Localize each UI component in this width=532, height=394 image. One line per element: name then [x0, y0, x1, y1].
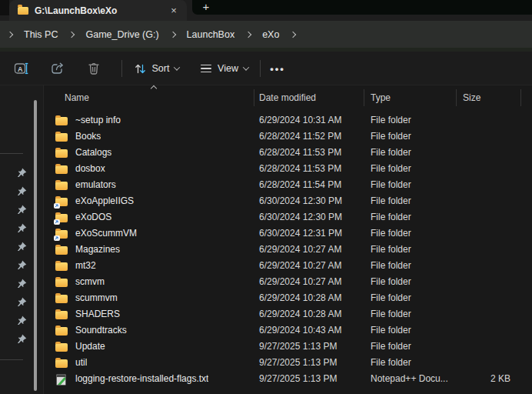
file-row[interactable]: eXoScummVM 6/30/2024 12:31 PM File folde…: [44, 225, 532, 242]
file-row[interactable]: Update 9/27/2025 1:13 PM File folder: [44, 339, 532, 355]
file-row[interactable]: dosbox 6/28/2024 11:53 PM File folder: [44, 161, 532, 177]
file-type: File folder: [371, 355, 411, 371]
file-name: Books: [75, 129, 101, 145]
file-type: File folder: [371, 193, 411, 209]
file-row[interactable]: Magazines 6/29/2024 10:27 AM File folder: [44, 242, 532, 258]
view-lines-icon: [201, 65, 211, 73]
file-row[interactable]: util 9/27/2025 1:13 PM File folder: [44, 355, 532, 371]
breadcrumb-game-drive[interactable]: Game_Drive (G:): [84, 29, 160, 40]
sidebar-divider: [0, 153, 23, 154]
folder-shortcut-icon: [55, 196, 68, 207]
explorer-tab[interactable]: G:\LaunchBox\eXo ×: [9, 0, 187, 21]
pin-icon[interactable]: [17, 260, 27, 270]
pin-icon[interactable]: [17, 223, 27, 233]
share-icon: [51, 62, 65, 75]
column-resize-handle[interactable]: [520, 89, 521, 106]
pin-icon[interactable]: [17, 242, 27, 252]
sort-button[interactable]: Sort: [128, 56, 186, 81]
file-date-modified: 6/30/2024 12:30 PM: [259, 209, 342, 225]
breadcrumb-launchbox[interactable]: LaunchBox: [185, 29, 237, 40]
column-resize-handle[interactable]: [254, 89, 254, 106]
pin-icon[interactable]: [17, 168, 27, 178]
sort-arrows-icon: [135, 63, 146, 75]
tab-title: G:\LaunchBox\eXo: [35, 5, 167, 16]
file-date-modified: 6/28/2024 11:54 PM: [259, 177, 341, 193]
delete-button[interactable]: [81, 56, 106, 81]
file-row[interactable]: emulators 6/28/2024 11:54 PM File folder: [44, 177, 532, 193]
file-type: File folder: [371, 322, 411, 339]
close-tab-icon[interactable]: ×: [167, 0, 181, 21]
shortcut-arrow-icon: [54, 203, 60, 209]
file-name: scummvm: [75, 290, 118, 306]
chevron-right-icon[interactable]: [290, 31, 296, 37]
new-tab-button[interactable]: +: [199, 0, 213, 15]
chevron-right-icon[interactable]: [245, 31, 251, 37]
chevron-right-icon[interactable]: [169, 31, 175, 37]
column-resize-handle[interactable]: [364, 89, 364, 106]
svg-text:A: A: [18, 65, 23, 73]
file-row[interactable]: eXoAppleIIGS 6/30/2024 12:30 PM File fol…: [44, 193, 532, 209]
rename-icon: A: [14, 62, 29, 75]
file-row[interactable]: scmvm 6/29/2024 10:27 AM File folder: [44, 274, 532, 290]
chevron-right-icon[interactable]: [68, 31, 75, 37]
pin-icon[interactable]: [17, 316, 27, 326]
file-date-modified: 6/29/2024 10:31 AM: [259, 112, 341, 129]
pin-icon[interactable]: [17, 186, 27, 196]
file-row[interactable]: mt32 6/29/2024 10:27 AM File folder: [44, 258, 532, 274]
pin-icon[interactable]: [17, 279, 27, 289]
folder-icon: [55, 261, 68, 272]
file-row[interactable]: SHADERS 6/29/2024 10:28 AM File folder: [44, 306, 532, 322]
pin-icon[interactable]: [17, 297, 27, 307]
file-name: SHADERS: [75, 306, 120, 322]
file-type: File folder: [371, 258, 411, 274]
column-header-date-modified[interactable]: Date modified: [259, 92, 316, 103]
folder-icon: [18, 7, 28, 15]
file-name: mt32: [75, 258, 96, 274]
file-name: eXoScummVM: [75, 225, 137, 242]
file-date-modified: 6/30/2024 12:30 PM: [259, 193, 342, 209]
file-row[interactable]: Books 6/28/2024 11:52 PM File folder: [44, 129, 532, 145]
file-row[interactable]: Catalogs 6/28/2024 11:53 PM File folder: [44, 145, 532, 161]
titlebar-dark-region: [192, 0, 532, 15]
sidebar-scrollbar[interactable]: [34, 100, 37, 391]
tab-bar: G:\LaunchBox\eXo × +: [0, 0, 532, 21]
more-options-button[interactable]: •••: [264, 56, 291, 81]
view-button[interactable]: View: [194, 56, 255, 81]
file-type: File folder: [371, 161, 411, 177]
column-resize-handle[interactable]: [456, 89, 457, 106]
file-date-modified: 9/27/2025 1:13 PM: [259, 339, 337, 355]
file-type: File folder: [371, 306, 411, 322]
pin-icon[interactable]: [17, 334, 27, 344]
breadcrumb-this-pc[interactable]: This PC: [22, 29, 59, 40]
file-row[interactable]: eXoDOS 6/30/2024 12:30 PM File folder: [44, 209, 532, 225]
file-row[interactable]: ~setup info 6/29/2024 10:31 AM File fold…: [44, 112, 532, 129]
folder-icon: [55, 180, 68, 191]
file-type: File folder: [371, 209, 411, 225]
folder-icon: [55, 164, 68, 175]
pin-icon[interactable]: [17, 205, 27, 215]
file-row[interactable]: logging-restore-installed-flags.txt 9/27…: [44, 371, 532, 387]
file-row[interactable]: Soundtracks 6/29/2024 10:43 AM File fold…: [44, 322, 532, 339]
folder-shortcut-icon: [55, 212, 68, 223]
column-header-type[interactable]: Type: [371, 92, 391, 103]
file-type: File folder: [371, 225, 411, 242]
file-type: File folder: [371, 145, 411, 161]
chevron-right-icon[interactable]: [7, 31, 13, 37]
rename-button[interactable]: A: [9, 56, 34, 81]
file-name: Update: [75, 339, 105, 355]
file-type: File folder: [371, 112, 411, 129]
folder-icon: [55, 277, 68, 288]
column-header-name[interactable]: Name: [65, 92, 89, 103]
chevron-down-icon: [243, 64, 249, 70]
breadcrumb-exo[interactable]: eXo: [261, 29, 281, 40]
file-row[interactable]: scummvm 6/29/2024 10:28 AM File folder: [44, 290, 532, 306]
file-name: dosbox: [75, 161, 105, 177]
trash-icon: [88, 62, 100, 75]
column-header-size[interactable]: Size: [463, 92, 480, 103]
file-date-modified: 6/29/2024 10:27 AM: [259, 274, 341, 290]
share-button[interactable]: [45, 56, 70, 81]
file-type: File folder: [371, 177, 411, 193]
shortcut-arrow-icon: [54, 235, 60, 242]
file-name: scmvm: [75, 274, 105, 290]
file-list-pane: Name Date modified Type Size ~setup info…: [44, 85, 532, 394]
